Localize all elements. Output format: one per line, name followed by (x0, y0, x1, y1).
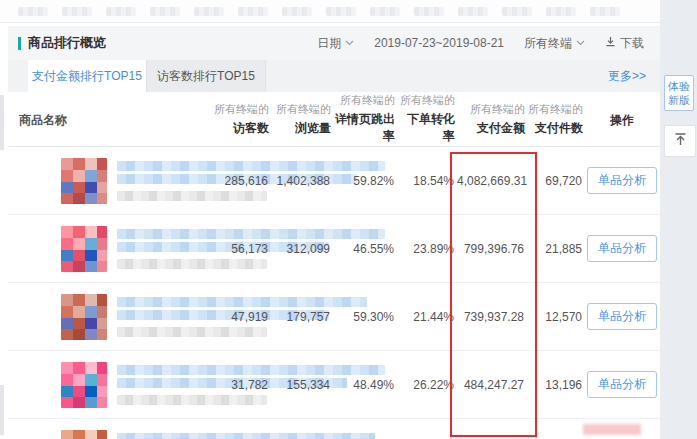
conversion-rate-value: 26.22% (396, 351, 456, 419)
col-header-action: 操作 (585, 112, 659, 129)
payment-items-value: 13,196 (526, 351, 584, 419)
payment-amount-value: 484,247.27 (456, 351, 526, 419)
red-watermark-artifact (583, 424, 641, 435)
conversion-rate-value: 23.89% (396, 215, 456, 283)
conversion-rate-value: 21.44% (396, 283, 456, 351)
col-header-visitors: 访客数 (191, 120, 269, 137)
item-analysis-button[interactable]: 单品分析 (587, 303, 657, 330)
product-link[interactable] (9, 362, 189, 408)
download-icon (605, 36, 616, 50)
item-analysis-button[interactable]: 单品分析 (587, 371, 657, 398)
download-button[interactable]: 下载 (605, 35, 644, 52)
chevron-down-icon (345, 40, 354, 46)
more-link[interactable]: 更多>> (608, 60, 646, 92)
table-row: 12,562 39,912 37.65% 9.50% 84,721.03 1,4… (8, 419, 660, 439)
payment-amount-value: 4,082,669.31 (456, 147, 526, 215)
top-nav-blurred (0, 0, 697, 23)
title-accent-bar (18, 37, 21, 50)
payment-amount-value: 739,937.28 (456, 283, 526, 351)
col-header-payment-items: 支付件数 (527, 120, 583, 137)
arrow-up-to-top-icon (673, 132, 688, 151)
payment-amount-value: 84,721.03 (456, 419, 526, 439)
payment-items-value: 12,570 (526, 283, 584, 351)
left-gutter-mark (0, 95, 4, 150)
payment-items-value: 69,720 (526, 147, 584, 215)
item-analysis-button[interactable]: 单品分析 (587, 235, 657, 262)
product-thumbnail-blurred (61, 430, 107, 439)
chevron-down-icon (576, 40, 585, 46)
conversion-rate-value: 18.54% (396, 147, 456, 215)
panel-header: 商品排行概览 日期 2019-07-23~2019-08-21 所有终端 (8, 26, 660, 60)
panel-title-text: 商品排行概览 (28, 34, 106, 52)
terminal-filter-dropdown[interactable]: 所有终端 (524, 35, 585, 52)
left-gutter-mark (0, 385, 4, 435)
payment-amount-value: 799,396.76 (456, 215, 526, 283)
payment-items-value: 21,885 (526, 215, 584, 283)
product-thumbnail-blurred (61, 226, 107, 272)
table-body: 285,616 1,402,388 59.82% 18.54% 4,082,66… (8, 147, 660, 439)
back-to-top-button[interactable] (664, 125, 696, 157)
product-thumbnail-blurred (61, 362, 107, 408)
col-header-conversion-rate: 下单转化率 (397, 111, 455, 145)
table-row: 56,173 312,099 46.55% 23.89% 799,396.76 … (8, 215, 660, 283)
table-row: 285,616 1,402,388 59.82% 18.54% 4,082,66… (8, 147, 660, 215)
tab-bar: 支付金额排行TOP15 访客数排行TOP15 更多>> (8, 60, 660, 92)
header-controls: 日期 2019-07-23~2019-08-21 所有终端 下 (317, 35, 644, 52)
terminal-filter-label: 所有终端 (524, 35, 572, 52)
date-range-value[interactable]: 2019-07-23~2019-08-21 (374, 36, 504, 50)
product-thumbnail-blurred (61, 294, 107, 340)
product-link[interactable] (9, 158, 189, 204)
table-row: 31,782 155,334 48.49% 26.22% 484,247.27 … (8, 351, 660, 419)
product-thumbnail-blurred (61, 158, 107, 204)
conversion-rate-value: 9.50% (396, 419, 456, 439)
date-filter-label: 日期 (317, 35, 341, 52)
date-filter-dropdown[interactable]: 日期 (317, 35, 354, 52)
tab-payment-amount-ranking[interactable]: 支付金额排行TOP15 (28, 60, 146, 92)
col-header-product-name: 商品名称 (9, 112, 189, 129)
product-link[interactable] (9, 294, 189, 340)
new-version-button[interactable]: 体验新版 (664, 75, 694, 111)
right-rail: 体验新版 (660, 0, 697, 439)
download-label: 下载 (620, 35, 644, 52)
product-link[interactable] (9, 226, 189, 272)
col-header-pageviews: 浏览量 (271, 120, 331, 137)
screen: 商品排行概览 日期 2019-07-23~2019-08-21 所有终端 (0, 0, 697, 439)
product-title-blurred (117, 430, 375, 439)
product-link[interactable] (9, 430, 189, 439)
table-row: 47,919 179,757 59.30% 21.44% 739,937.28 … (8, 283, 660, 351)
col-header-payment-amount: 支付金额 (457, 120, 525, 137)
payment-items-value: 1,418 (526, 419, 584, 439)
col-header-bounce-rate: 详情页跳出率 (333, 111, 395, 145)
table-header: 商品名称 所有终端的访客数 所有终端的浏览量 所有终端的详情页跳出率 所有终端的… (8, 92, 660, 147)
item-analysis-button[interactable]: 单品分析 (587, 167, 657, 194)
product-ranking-panel: 商品排行概览 日期 2019-07-23~2019-08-21 所有终端 (8, 26, 660, 439)
page-title: 商品排行概览 (18, 34, 106, 52)
ranking-table: 商品名称 所有终端的访客数 所有终端的浏览量 所有终端的详情页跳出率 所有终端的… (8, 92, 660, 439)
tab-visitor-count-ranking[interactable]: 访客数排行TOP15 (146, 60, 266, 92)
